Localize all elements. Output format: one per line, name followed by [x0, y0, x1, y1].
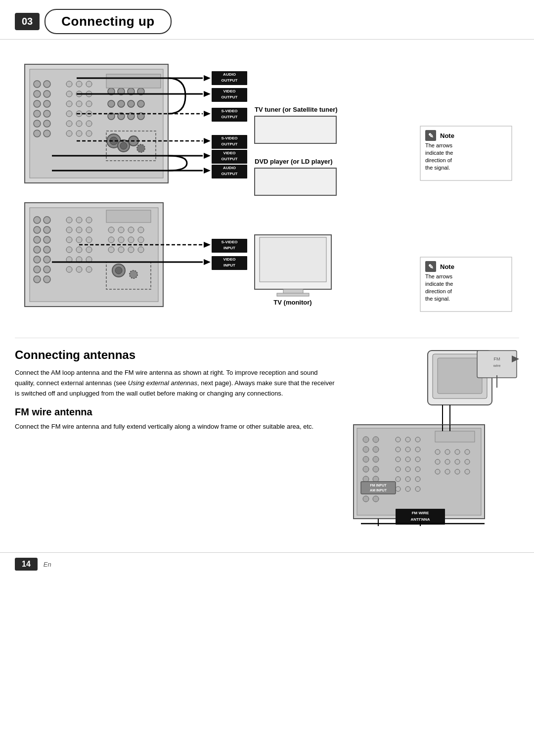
svg-point-26	[66, 121, 72, 127]
svg-point-205	[415, 487, 420, 491]
svg-point-92	[34, 226, 41, 233]
svg-rect-206	[435, 431, 475, 442]
svg-point-201	[405, 477, 410, 482]
chapter-number: 03	[15, 13, 40, 30]
svg-point-101	[44, 266, 50, 273]
svg-marker-52	[204, 75, 211, 81]
svg-point-110	[66, 237, 72, 243]
svg-point-28	[86, 121, 92, 127]
svg-point-4	[34, 90, 41, 97]
svg-point-113	[66, 247, 72, 253]
svg-text:FM: FM	[494, 356, 500, 361]
svg-point-11	[44, 120, 50, 127]
svg-point-95	[44, 236, 50, 243]
svg-point-16	[86, 81, 92, 87]
svg-point-93	[44, 226, 50, 233]
svg-text:S-VIDEO: S-VIDEO	[222, 109, 238, 113]
svg-text:FM WIRE: FM WIRE	[412, 511, 429, 515]
svg-text:the signal.: the signal.	[425, 165, 450, 171]
svg-point-213	[455, 459, 460, 464]
svg-point-27	[76, 121, 82, 127]
svg-rect-162	[438, 358, 482, 394]
svg-text:AM INPUT: AM INPUT	[370, 489, 387, 492]
svg-text:Note: Note	[440, 263, 454, 270]
svg-point-96	[34, 246, 41, 253]
svg-point-38	[128, 100, 134, 107]
svg-text:S-VIDEO: S-VIDEO	[222, 240, 238, 244]
svg-point-36	[108, 100, 115, 107]
svg-point-214	[465, 459, 470, 464]
svg-text:TV tuner (or Satellite tuner): TV tuner (or Satellite tuner)	[255, 106, 338, 113]
svg-point-100	[34, 266, 41, 273]
svg-point-196	[415, 457, 420, 462]
svg-point-6	[34, 100, 41, 107]
svg-point-134	[138, 247, 144, 253]
svg-point-112	[86, 237, 92, 243]
svg-point-106	[86, 217, 92, 223]
svg-text:The arrows: The arrows	[425, 273, 453, 279]
svg-text:✎: ✎	[428, 132, 434, 139]
svg-point-211	[435, 459, 440, 464]
svg-point-124	[118, 227, 124, 233]
svg-point-21	[76, 101, 82, 107]
svg-point-13	[44, 130, 50, 137]
svg-text:indicate the: indicate the	[425, 281, 453, 287]
page-header: 03 Connecting up	[0, 0, 534, 40]
svg-text:indicate the: indicate the	[425, 150, 453, 156]
fm-wire-body: Connect the FM wire antenna and fully ex…	[15, 422, 336, 432]
svg-text:TV (monitor): TV (monitor)	[273, 299, 312, 306]
svg-point-130	[138, 237, 144, 243]
antennas-diagram: FM wire AM LOOP ANTENNA	[351, 348, 519, 528]
svg-point-210	[465, 449, 470, 454]
svg-point-137	[130, 270, 137, 278]
svg-point-209	[455, 449, 460, 454]
svg-rect-122	[106, 210, 151, 222]
svg-point-127	[108, 237, 114, 243]
svg-point-91	[44, 217, 50, 223]
svg-point-39	[137, 100, 144, 107]
svg-point-176	[363, 446, 369, 452]
svg-point-12	[34, 130, 41, 137]
page-language: En	[44, 561, 51, 568]
svg-point-207	[435, 449, 440, 454]
svg-rect-79	[255, 168, 336, 195]
svg-point-20	[66, 101, 72, 107]
svg-point-202	[415, 477, 420, 482]
page-number: 14	[15, 558, 38, 571]
svg-text:direction of: direction of	[425, 288, 452, 294]
svg-point-114	[76, 247, 82, 253]
svg-point-181	[373, 466, 379, 472]
svg-point-102	[34, 276, 41, 283]
svg-point-22	[86, 101, 92, 107]
svg-text:INPUT: INPUT	[223, 246, 235, 250]
svg-point-107	[66, 227, 72, 233]
svg-text:OUTPUT: OUTPUT	[222, 95, 238, 99]
svg-point-203	[396, 487, 400, 491]
svg-point-121	[86, 267, 92, 272]
svg-point-29	[66, 131, 72, 136]
svg-point-218	[465, 469, 470, 474]
connecting-antennas-title: Connecting antennas	[15, 348, 336, 362]
svg-point-216	[445, 469, 450, 474]
connecting-antennas-body: Connect the AM loop antenna and the FM w…	[15, 368, 336, 399]
svg-point-204	[405, 487, 410, 491]
antennas-section: Connecting antennas Connect the AM loop …	[15, 338, 519, 528]
svg-point-115	[86, 247, 92, 253]
svg-point-131	[108, 247, 114, 253]
svg-text:The arrows: The arrows	[425, 142, 453, 148]
svg-point-111	[76, 237, 82, 243]
svg-point-191	[396, 447, 400, 452]
chapter-title: Connecting up	[44, 9, 171, 34]
svg-point-200	[396, 477, 400, 482]
svg-text:AUDIO: AUDIO	[223, 72, 236, 77]
svg-point-5	[44, 90, 50, 97]
svg-point-193	[415, 447, 420, 452]
svg-text:INPUT: INPUT	[223, 263, 235, 267]
svg-text:the signal.: the signal.	[425, 296, 450, 302]
svg-point-186	[363, 496, 369, 502]
svg-point-108	[76, 227, 82, 233]
svg-point-128	[118, 237, 124, 243]
svg-point-30	[76, 131, 82, 136]
connection-diagrams: AUDIO OUTPUT VIDEO OUTPUT S-VIDEO OUTPUT…	[15, 49, 519, 328]
svg-point-129	[128, 237, 134, 243]
